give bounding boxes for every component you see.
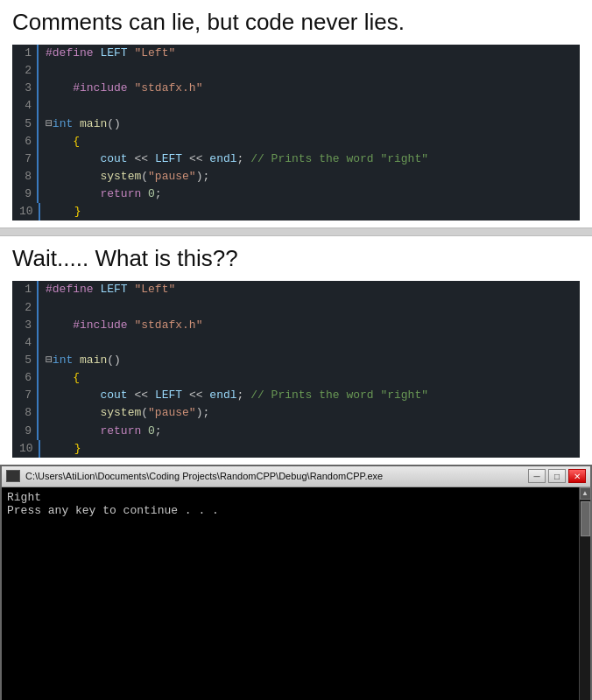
line-content xyxy=(46,299,53,317)
code-line: 9 return 0; xyxy=(12,423,580,440)
terminal-output-line-1: Right xyxy=(7,491,574,504)
scrollbar-up-arrow[interactable]: ▲ xyxy=(580,487,591,500)
code-line: 4 xyxy=(12,97,580,115)
line-number: 7 xyxy=(12,150,39,168)
line-number: 9 xyxy=(12,423,39,440)
line-content: #define LEFT "Left" xyxy=(46,281,175,298)
code-line: 6 { xyxy=(12,133,580,150)
line-content: #define LEFT "Left" xyxy=(46,45,175,62)
code-block-1: 1 #define LEFT "Left" 2 3 #include "stda… xyxy=(12,45,580,220)
line-number: 1 xyxy=(12,45,39,62)
line-number: 4 xyxy=(12,334,39,352)
code-line: 8 system("pause"); xyxy=(12,168,580,186)
terminal-scrollbar[interactable]: ▲ ▼ xyxy=(579,487,590,700)
line-number: 6 xyxy=(12,369,39,387)
line-content: } xyxy=(47,440,81,458)
restore-button[interactable]: □ xyxy=(548,469,566,483)
line-number: 4 xyxy=(12,97,39,115)
line-number: 2 xyxy=(12,62,39,80)
headline-2: Wait..... What is this?? xyxy=(12,245,580,272)
line-content: return 0; xyxy=(46,423,162,440)
headline-1: Comments can lie, but code never lies. xyxy=(12,9,580,36)
terminal-title: C:\Users\AtiLion\Documents\Coding Projec… xyxy=(25,471,528,481)
terminal-output-line-2: Press any key to continue . . . xyxy=(7,504,574,517)
code-line: 10 } xyxy=(12,203,580,220)
line-content: system("pause"); xyxy=(46,168,209,186)
code-line: 2 xyxy=(12,62,580,80)
terminal-content: Right Press any key to continue . . . xyxy=(2,487,579,700)
code-line: 5 ⊟int main() xyxy=(12,116,580,133)
code-line: 10 } xyxy=(12,440,580,458)
line-number: 10 xyxy=(12,440,40,458)
line-number: 8 xyxy=(12,168,39,186)
line-content xyxy=(46,62,53,80)
line-number: 6 xyxy=(12,133,39,150)
code-block-2: 1 #define LEFT "Left" 2 3 #include "stda… xyxy=(12,281,580,457)
line-number: 10 xyxy=(12,203,40,220)
close-button[interactable]: ✕ xyxy=(568,469,586,483)
line-content: cout << LEFT << endl; // Prints the word… xyxy=(46,387,428,404)
line-number: 3 xyxy=(12,317,39,334)
code-line: 8 system("pause"); xyxy=(12,404,580,422)
line-content: cout << LEFT << endl; // Prints the word… xyxy=(46,150,428,168)
line-content: ⊟int main() xyxy=(46,116,121,133)
line-content: return 0; xyxy=(46,186,162,203)
line-number: 8 xyxy=(12,404,39,422)
code-line: 4 xyxy=(12,334,580,352)
code-line: 3 #include "stdafx.h" xyxy=(12,317,580,334)
code-line: 7 cout << LEFT << endl; // Prints the wo… xyxy=(12,150,580,168)
line-number: 7 xyxy=(12,387,39,404)
section-divider xyxy=(0,228,592,236)
line-content: } xyxy=(47,203,81,220)
code-line: 1 #define LEFT "Left" xyxy=(12,45,580,62)
line-number: 5 xyxy=(12,116,39,133)
line-content: #include "stdafx.h" xyxy=(46,317,202,334)
line-number: 5 xyxy=(12,352,39,369)
line-content: system("pause"); xyxy=(46,404,209,422)
line-number: 1 xyxy=(12,281,39,298)
line-content xyxy=(46,334,53,352)
line-number: 3 xyxy=(12,80,39,97)
scrollbar-thumb[interactable] xyxy=(581,501,590,536)
section-1: Comments can lie, but code never lies. 1… xyxy=(0,0,592,228)
line-content: ⊟int main() xyxy=(46,352,121,369)
terminal-output: Right Press any key to continue . . . xyxy=(2,487,579,700)
line-number: 2 xyxy=(12,299,39,317)
section-2: Wait..... What is this?? 1 #define LEFT … xyxy=(0,236,592,464)
terminal-titlebar: C:\Users\AtiLion\Documents\Coding Projec… xyxy=(2,466,590,487)
line-content xyxy=(46,97,53,115)
code-line: 2 xyxy=(12,299,580,317)
code-line: 7 cout << LEFT << endl; // Prints the wo… xyxy=(12,387,580,404)
code-line: 3 #include "stdafx.h" xyxy=(12,80,580,97)
line-number: 9 xyxy=(12,186,39,203)
terminal-body-area: Right Press any key to continue . . . ▲ … xyxy=(2,487,590,700)
code-line: 1 #define LEFT "Left" xyxy=(12,281,580,298)
minimize-button[interactable]: ─ xyxy=(528,469,546,483)
line-content: { xyxy=(46,133,80,150)
code-line: 6 { xyxy=(12,369,580,387)
line-content: { xyxy=(46,369,80,387)
code-line: 5 ⊟int main() xyxy=(12,352,580,369)
line-content: #include "stdafx.h" xyxy=(46,80,202,97)
terminal-app-icon xyxy=(6,470,20,482)
terminal-window: C:\Users\AtiLion\Documents\Coding Projec… xyxy=(0,465,592,700)
code-line: 9 return 0; xyxy=(12,186,580,203)
terminal-buttons: ─ □ ✕ xyxy=(528,469,586,483)
